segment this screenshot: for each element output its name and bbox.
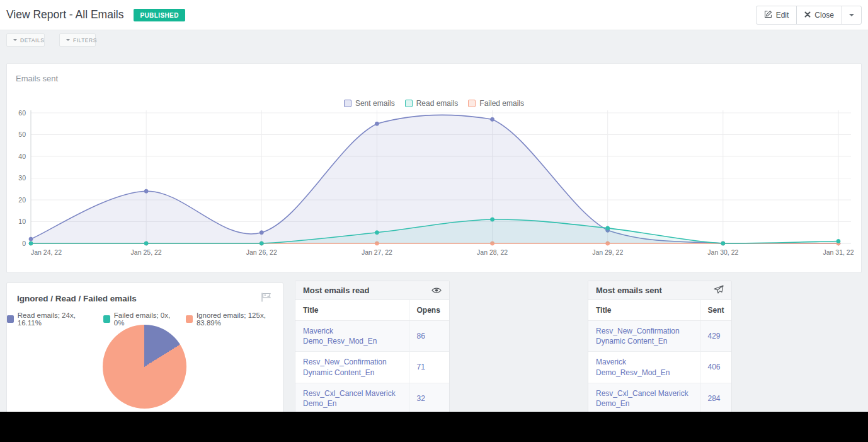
table-row: Maverick Demo_Resv_Mod_En406 [588, 352, 731, 383]
details-toggle-button[interactable]: DETAILS [6, 33, 45, 47]
count-link[interactable]: 71 [417, 363, 425, 371]
emails-sent-panel: Emails sent Sent emailsRead emailsFailed… [6, 63, 862, 273]
eye-icon [431, 285, 442, 296]
pie-panel-title: Ignored / Read / Failed emails [17, 294, 137, 303]
pie-legend-item-ignored-emails[interactable]: Ignored emails; 125x, 83.89% [186, 311, 283, 327]
svg-text:Jan 30, 22: Jan 30, 22 [707, 248, 738, 256]
filters-toggle-button[interactable]: FILTERS [59, 33, 96, 47]
page-title: View Report - All Emails [6, 8, 123, 21]
legend-item-sent-emails[interactable]: Sent emails [344, 99, 395, 108]
app-header: View Report - All Emails PUBLISHED Edit … [0, 0, 868, 30]
column-header-title: Title [588, 300, 700, 321]
status-badge: PUBLISHED [134, 9, 185, 21]
filters-label: FILTERS [73, 37, 97, 44]
emails-sent-panel-title: Emails sent [16, 74, 58, 83]
most-emails-read-title: Most emails read [303, 286, 370, 295]
svg-text:30: 30 [18, 174, 26, 182]
table-row: Resv_Cxl_Cancel Maverick Demo_En32 [295, 383, 449, 414]
legend-swatch [468, 100, 476, 107]
legend-label: Failed emails [479, 99, 524, 108]
svg-text:20: 20 [18, 196, 26, 204]
svg-text:0: 0 [22, 240, 26, 247]
edit-pencil-icon [764, 10, 772, 20]
pie-legend-swatch [186, 315, 193, 323]
pie-legend-swatch [7, 315, 14, 323]
chevron-down-icon [849, 14, 854, 16]
column-header-title: Title [295, 300, 409, 321]
close-x-icon [804, 11, 811, 20]
table-row: Maverick Demo_Resv_Mod_En86 [295, 321, 449, 352]
count-link[interactable]: 429 [708, 332, 721, 340]
ignored-read-failed-pie [103, 325, 186, 409]
email-title-link[interactable]: Resv_Cxl_Cancel Maverick Demo_En [596, 389, 688, 408]
svg-text:Jan 26, 22: Jan 26, 22 [246, 248, 277, 256]
svg-text:40: 40 [18, 153, 26, 160]
count-link[interactable]: 284 [708, 394, 721, 403]
email-title-link[interactable]: Resv_Cxl_Cancel Maverick Demo_En [303, 389, 396, 408]
paper-plane-icon [714, 285, 724, 296]
pie-legend-item-read-emails[interactable]: Read emails; 24x, 16.11% [7, 311, 93, 327]
count-link[interactable]: 406 [708, 363, 721, 371]
column-header-opens: Opens [409, 300, 449, 321]
edit-label: Edit [776, 11, 789, 20]
close-button[interactable]: Close [796, 6, 842, 25]
chevron-down-icon [13, 39, 17, 41]
emails-sent-line-chart: 0102030405060Jan 24, 22Jan 25, 22Jan 26,… [7, 108, 861, 262]
legend-item-failed-emails[interactable]: Failed emails [468, 99, 524, 108]
email-title-link[interactable]: Maverick Demo_Resv_Mod_En [596, 358, 670, 376]
pie-legend-swatch [103, 315, 110, 323]
svg-text:50: 50 [18, 131, 26, 138]
email-title-link[interactable]: Resv_New_Confirmation Dynamic Content_En [303, 358, 387, 376]
pie-legend-label: Ignored emails; 125x, 83.89% [197, 311, 283, 327]
column-header-sent: Sent [700, 300, 731, 321]
legend-swatch [344, 100, 351, 107]
table-row: Resv_New_Confirmation Dynamic Content_En… [588, 321, 731, 352]
chevron-down-icon [66, 39, 70, 41]
svg-text:Jan 31, 22: Jan 31, 22 [823, 248, 854, 256]
edit-button[interactable]: Edit [756, 6, 797, 25]
svg-text:Jan 24, 22: Jan 24, 22 [31, 248, 62, 256]
toolbar: DETAILS FILTERS [0, 30, 868, 57]
more-actions-button[interactable] [842, 6, 862, 25]
svg-text:Jan 27, 22: Jan 27, 22 [362, 248, 392, 256]
legend-item-read-emails[interactable]: Read emails [405, 99, 459, 108]
close-label: Close [814, 11, 834, 20]
count-link[interactable]: 32 [417, 394, 425, 403]
svg-text:Jan 28, 22: Jan 28, 22 [477, 248, 508, 256]
header-actions: Edit Close [756, 6, 862, 25]
table-row: Resv_Cxl_Cancel Maverick Demo_En284 [588, 383, 731, 414]
legend-swatch [405, 100, 413, 107]
legend-label: Read emails [416, 99, 459, 108]
details-label: DETAILS [20, 37, 44, 44]
svg-text:10: 10 [18, 218, 26, 225]
most-emails-sent-title: Most emails sent [596, 286, 662, 295]
svg-text:60: 60 [18, 109, 26, 117]
email-title-link[interactable]: Resv_New_Confirmation Dynamic Content_En [596, 327, 680, 346]
pie-legend-label: Read emails; 24x, 16.11% [18, 311, 93, 327]
svg-text:Jan 25, 22: Jan 25, 22 [131, 248, 162, 256]
flag-icon [260, 292, 273, 305]
svg-text:Jan 29, 22: Jan 29, 22 [592, 248, 623, 256]
bottom-letterbox-bar [0, 412, 868, 442]
chart-legend: Sent emailsRead emailsFailed emails [7, 99, 861, 108]
table-row: Resv_New_Confirmation Dynamic Content_En… [295, 352, 449, 383]
legend-label: Sent emails [355, 99, 395, 108]
email-title-link[interactable]: Maverick Demo_Resv_Mod_En [303, 327, 377, 346]
count-link[interactable]: 86 [417, 332, 425, 340]
